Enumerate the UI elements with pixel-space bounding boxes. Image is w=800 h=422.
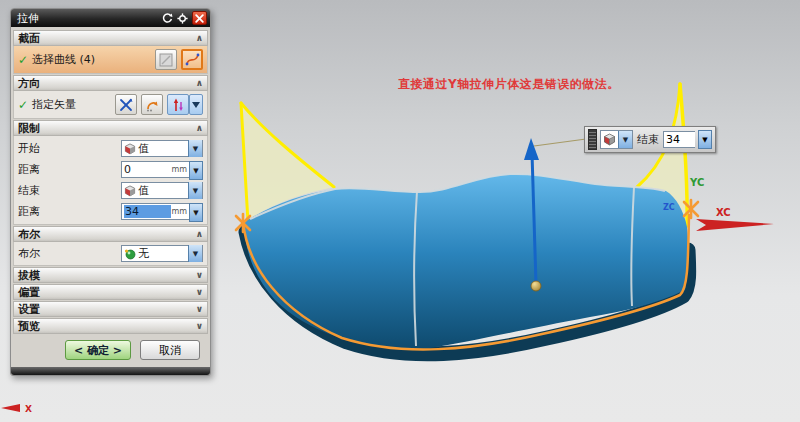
close-icon[interactable] xyxy=(192,11,207,25)
collapse-icon[interactable]: ∧ xyxy=(196,33,203,43)
dialog-resize-bar[interactable] xyxy=(11,367,210,375)
end-distance-label: 结束 xyxy=(636,132,660,147)
none-sphere-icon xyxy=(122,248,137,260)
reverse-direction-icon[interactable] xyxy=(141,94,163,115)
leader-line xyxy=(534,139,586,146)
xc-axis-arrow[interactable] xyxy=(696,219,774,231)
dialog-titlebar[interactable]: 拉伸 xyxy=(11,9,210,27)
chevron-down-icon[interactable]: ▼ xyxy=(188,245,202,262)
yc-axis-label: YC xyxy=(689,177,704,188)
end-distance-input[interactable] xyxy=(663,131,695,148)
direction-vector-arrowhead[interactable] xyxy=(524,138,539,160)
dialog-title: 拉伸 xyxy=(17,11,160,26)
spinner-icon[interactable]: ▼ xyxy=(189,203,203,222)
check-icon: ✓ xyxy=(18,98,28,112)
spinner-icon[interactable]: ▼ xyxy=(189,161,203,180)
start-distance-field[interactable]: 0mm ▼ xyxy=(121,161,203,178)
boolean-group-header[interactable]: 布尔 ∧ xyxy=(13,226,208,242)
start-distance-row: 距离 0mm ▼ xyxy=(13,159,208,180)
direction-group-header[interactable]: 方向 ∧ xyxy=(13,75,208,91)
extrude-dialog: 拉伸 截面 ∧ ✓ 选择曲线 (4) xyxy=(10,8,211,376)
preview-group-header[interactable]: 预览 ∨ xyxy=(13,318,208,334)
end-distance-row: 距离 34mm ▼ xyxy=(13,201,208,225)
zc-axis-label: ZC xyxy=(663,203,675,212)
chevron-down-icon[interactable]: ▼ xyxy=(188,140,202,157)
x-axis-arrow xyxy=(1,404,20,412)
vector-origin-ball[interactable] xyxy=(531,281,541,291)
x-axis-label: X xyxy=(25,404,32,414)
vector-up-icon[interactable] xyxy=(167,94,189,115)
expand-icon[interactable]: ∨ xyxy=(196,304,203,314)
end-row: 结束 值 ▼ xyxy=(13,180,208,201)
chevron-down-icon[interactable]: ▼ xyxy=(618,131,632,148)
toolbar-drag-handle[interactable] xyxy=(588,129,597,150)
curve-rule-button[interactable] xyxy=(181,49,203,70)
collapse-icon[interactable]: ∧ xyxy=(196,229,203,239)
xc-axis-label: XC xyxy=(716,207,731,218)
sketch-section-button[interactable] xyxy=(155,49,177,70)
boolean-dropdown[interactable]: 无 ▼ xyxy=(121,245,203,262)
value-cube-icon xyxy=(122,143,137,155)
end-distance-field[interactable]: 34mm ▼ xyxy=(121,203,203,220)
dialog-footer: < 确定 > 取消 xyxy=(13,334,208,366)
specify-vector-row[interactable]: ✓ 指定矢量 xyxy=(13,91,208,119)
start-row: 开始 值 ▼ xyxy=(13,136,208,159)
warning-annotation: 直接通过Y轴拉伸片体这是错误的做法。 xyxy=(398,76,620,93)
collapse-icon[interactable]: ∧ xyxy=(196,78,203,88)
value-cube-icon xyxy=(122,185,137,197)
settings-group-header[interactable]: 设置 ∨ xyxy=(13,301,208,317)
value-cube-icon xyxy=(601,131,618,148)
gear-icon[interactable] xyxy=(175,11,190,25)
limit-option-dropdown[interactable]: ▼ xyxy=(600,130,633,149)
boolean-row: 布尔 无 ▼ xyxy=(13,242,208,266)
section-group-header[interactable]: 截面 ∧ xyxy=(13,30,208,46)
vector-type-combo[interactable] xyxy=(167,94,203,115)
dialog-body: 截面 ∧ ✓ 选择曲线 (4) 方向 ∧ ✓ 指定矢量 xyxy=(11,27,210,366)
chevron-down-icon[interactable]: ▼ xyxy=(188,182,202,199)
cancel-button[interactable]: 取消 xyxy=(140,340,200,360)
end-distance-spinner[interactable]: ▼ xyxy=(698,130,712,149)
onscreen-input-toolbar[interactable]: ▼ 结束 ▼ xyxy=(584,126,716,153)
start-type-dropdown[interactable]: 值 ▼ xyxy=(121,140,203,157)
ok-button[interactable]: < 确定 > xyxy=(65,340,131,360)
expand-icon[interactable]: ∨ xyxy=(196,321,203,331)
draft-group-header[interactable]: 拔模 ∨ xyxy=(13,267,208,283)
offset-group-header[interactable]: 偏置 ∨ xyxy=(13,284,208,300)
expand-icon[interactable]: ∨ xyxy=(196,270,203,280)
collapse-icon[interactable]: ∧ xyxy=(196,123,203,133)
select-curve-row[interactable]: ✓ 选择曲线 (4) xyxy=(13,46,208,74)
check-icon: ✓ xyxy=(18,53,28,67)
limits-group-header[interactable]: 限制 ∧ xyxy=(13,120,208,136)
application-window: YC ZC XC X 直接通过Y轴拉伸片体这是错误的做法。 ▼ 结束 ▼ 拉伸 xyxy=(0,0,800,422)
expand-icon[interactable]: ∨ xyxy=(196,287,203,297)
end-type-dropdown[interactable]: 值 ▼ xyxy=(121,182,203,199)
reset-icon[interactable] xyxy=(160,11,175,25)
vector-constructor-icon[interactable] xyxy=(115,94,137,115)
chevron-down-icon[interactable] xyxy=(189,94,203,115)
